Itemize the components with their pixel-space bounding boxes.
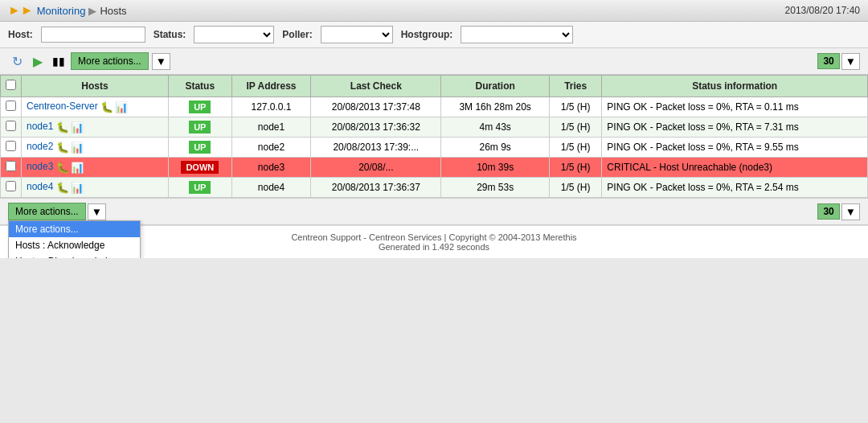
breadcrumb: ►► Monitoring ▶ Hosts (8, 3, 127, 18)
row-tries: 1/5 (H) (549, 138, 601, 158)
more-actions-dropdown-btn[interactable]: ▼ (152, 53, 170, 70)
dropdown-menu-item[interactable]: Hosts : Disacknowledge (9, 253, 140, 258)
chart-icon[interactable]: 📊 (71, 182, 84, 194)
host-name-text[interactable]: node2 (27, 141, 53, 152)
row-host-name: Centreon-Server 🐛 📊 (22, 97, 169, 117)
row-ip: 127.0.0.1 (231, 97, 311, 117)
footer-bar: More actions... ▼ More actions...Hosts :… (0, 198, 868, 225)
status-badge: UP (189, 121, 211, 133)
row-checkbox[interactable] (6, 161, 16, 171)
row-tries: 1/5 (H) (549, 158, 601, 178)
poller-label: Poller: (282, 29, 312, 40)
host-name-text[interactable]: node3 (27, 161, 53, 172)
status-badge: UP (189, 101, 211, 113)
chart-icon[interactable]: 📊 (115, 101, 128, 113)
row-host-name: node4 🐛 📊 (22, 178, 169, 198)
table-container: Hosts Status IP Address Last Check Durat… (0, 75, 868, 198)
actions-left: ↻ ▶ ▮▮ More actions... ▼ (8, 52, 170, 70)
host-name-text[interactable]: node4 (27, 181, 53, 192)
chart-icon[interactable]: 📊 (71, 142, 84, 154)
status-badge: UP (189, 181, 211, 194)
row-last-check: 20/08/... (311, 158, 441, 178)
col-ip: IP Address (231, 76, 311, 97)
chart-icon[interactable]: 📊 (71, 121, 84, 133)
actions-dropdown-panel: More actions...Hosts : AcknowledgeHosts … (8, 220, 141, 258)
col-checkbox (1, 76, 22, 97)
host-name-text[interactable]: node1 (27, 121, 53, 132)
col-info: Status information (602, 76, 868, 97)
row-ip: node4 (231, 178, 311, 198)
col-tries: Tries (549, 76, 601, 97)
host-icons: 🐛 📊 (56, 142, 84, 154)
dropdown-menu-item[interactable]: Hosts : Acknowledge (9, 237, 140, 253)
chart-icon[interactable]: 📊 (71, 162, 84, 174)
play-icon[interactable]: ▶ (29, 52, 47, 70)
breadcrumb-sep: ▶ (88, 5, 96, 17)
host-name-text[interactable]: Centreon-Server (27, 101, 98, 112)
row-host-name: node3 🐛 📊 (22, 158, 169, 178)
refresh-icon[interactable]: ↻ (8, 52, 26, 70)
col-status: Status (168, 76, 231, 97)
row-tries: 1/5 (H) (549, 117, 601, 138)
timestamp: 2013/08/20 17:40 (785, 5, 860, 16)
col-duration: Duration (441, 76, 550, 97)
status-badge: UP (189, 141, 211, 154)
row-checkbox-cell (1, 117, 22, 138)
row-checkbox-cell (1, 158, 22, 178)
bug-icon[interactable]: 🐛 (56, 162, 69, 174)
host-icons: 🐛 📊 (56, 162, 84, 174)
bug-icon[interactable]: 🐛 (56, 142, 69, 154)
breadcrumb-monitoring[interactable]: Monitoring (37, 5, 86, 17)
table-row: node4 🐛 📊 UP node4 20/08/2013 17:36:37 2… (1, 178, 868, 198)
status-label: Status: (154, 29, 186, 40)
row-duration: 26m 9s (441, 138, 550, 158)
row-info: PING OK - Packet loss = 0%, RTA = 2.54 m… (602, 178, 868, 198)
select-all-checkbox[interactable] (6, 80, 16, 90)
host-label: Host: (8, 29, 33, 40)
dropdown-menu-item[interactable]: More actions... (9, 221, 140, 237)
pause-icon[interactable]: ▮▮ (50, 52, 68, 70)
row-info: CRITICAL - Host Unreachable (node3) (602, 158, 868, 178)
status-select[interactable] (194, 26, 274, 43)
filter-bar: Host: Status: Poller: Hostgroup: (0, 22, 868, 48)
footer-actions: More actions... ▼ More actions...Hosts :… (8, 203, 106, 220)
breadcrumb-arrows: ►► (8, 3, 34, 18)
host-icons: 🐛 📊 (100, 101, 128, 113)
footer-more-actions-dropdown-btn[interactable]: ▼ (88, 203, 106, 220)
bug-icon[interactable]: 🐛 (56, 182, 69, 194)
row-checkbox[interactable] (6, 181, 16, 191)
hostgroup-label: Hostgroup: (401, 29, 453, 40)
actions-bar: ↻ ▶ ▮▮ More actions... ▼ 30 ▼ (0, 48, 868, 75)
row-checkbox[interactable] (6, 101, 16, 111)
row-ip: node3 (231, 158, 311, 178)
top-bar: ►► Monitoring ▶ Hosts 2013/08/20 17:40 (0, 0, 868, 22)
bug-icon[interactable]: 🐛 (56, 121, 69, 133)
footer-per-page-count: 30 (817, 203, 839, 220)
footer-more-actions-button[interactable]: More actions... (8, 203, 86, 220)
row-status: UP (168, 138, 231, 158)
table-row: node1 🐛 📊 UP node1 20/08/2013 17:36:32 4… (1, 117, 868, 138)
row-checkbox-cell (1, 138, 22, 158)
per-page-right: 30 ▼ (817, 53, 860, 70)
more-actions-button[interactable]: More actions... (71, 52, 149, 70)
row-checkbox-cell (1, 178, 22, 198)
row-ip: node2 (231, 138, 311, 158)
per-page-dropdown[interactable]: ▼ (841, 53, 860, 70)
row-last-check: 20/08/2013 17:36:37 (311, 178, 441, 198)
row-checkbox[interactable] (6, 141, 16, 151)
row-info: PING OK - Packet loss = 0%, RTA = 7.31 m… (602, 117, 868, 138)
status-badge: DOWN (181, 161, 219, 174)
row-checkbox[interactable] (6, 121, 16, 131)
poller-select[interactable] (321, 26, 393, 43)
per-page-count: 30 (817, 53, 839, 69)
row-tries: 1/5 (H) (549, 97, 601, 117)
row-last-check: 20/08/2013 17:39:... (311, 138, 441, 158)
footer-per-page-dropdown[interactable]: ▼ (841, 203, 860, 220)
bug-icon[interactable]: 🐛 (100, 101, 113, 113)
hostgroup-select[interactable] (461, 26, 573, 43)
col-hosts: Hosts (22, 76, 169, 97)
hosts-table: Hosts Status IP Address Last Check Durat… (0, 75, 868, 198)
row-info: PING OK - Packet loss = 0%, RTA = 0.11 m… (602, 97, 868, 117)
host-input[interactable] (41, 27, 145, 43)
row-status: DOWN (168, 158, 231, 178)
